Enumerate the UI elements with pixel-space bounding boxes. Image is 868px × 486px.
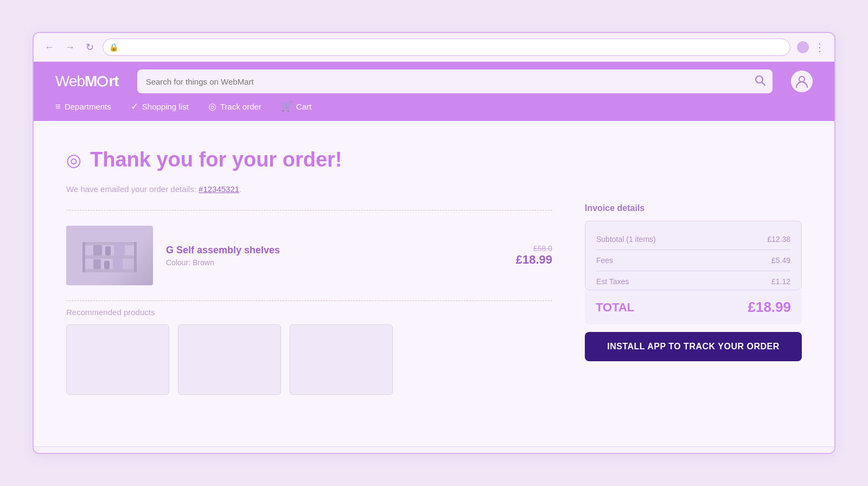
fees-value: £5.49	[771, 256, 790, 265]
product-colour: Colour: Brown	[166, 258, 503, 267]
logo-o	[97, 76, 108, 87]
svg-rect-13	[114, 244, 125, 255]
email-notice-prefix: We have emailed your order details:	[66, 184, 199, 194]
shelves-illustration	[77, 231, 142, 280]
nav-shopping-list[interactable]: ✓ Shopping list	[131, 101, 189, 112]
product-image	[66, 226, 153, 285]
subtotal-value: £12.38	[767, 235, 790, 244]
order-item: G Self assembly shelves Colour: Brown £5…	[66, 217, 552, 294]
chrome-circle-icon	[797, 41, 809, 53]
svg-rect-9	[104, 261, 110, 269]
svg-line-1	[762, 82, 765, 85]
total-value: £18.99	[748, 299, 791, 316]
nav-cart-label: Cart	[296, 102, 311, 111]
back-button[interactable]: ←	[42, 41, 56, 54]
browser-window: ← → ↻ 🔒 ⋮ WebMrt	[33, 32, 835, 454]
product-price-wrap: £58.0 £18.99	[516, 244, 552, 267]
product-price: £18.99	[516, 253, 552, 266]
address-bar-wrap: 🔒	[103, 39, 790, 56]
chrome-menu-icon[interactable]: ⋮	[814, 41, 826, 54]
nav-shopping-list-label: Shopping list	[142, 102, 189, 111]
lock-icon: 🔒	[109, 43, 118, 52]
svg-rect-11	[93, 245, 102, 255]
forward-button[interactable]: →	[63, 41, 77, 54]
divider-bottom	[66, 300, 552, 301]
email-notice-suffix: .	[239, 184, 241, 194]
logo: WebMrt	[55, 73, 119, 90]
fees-label: Fees	[596, 256, 613, 265]
thank-you-header: ◎ Thank you for your order!	[66, 148, 802, 171]
cart-icon: 🛒	[281, 101, 292, 112]
divider-top	[66, 210, 552, 210]
recommended-item-2	[178, 324, 281, 395]
recommended-item-1	[66, 324, 169, 395]
thank-you-icon: ◎	[66, 150, 81, 170]
svg-rect-12	[105, 246, 111, 255]
browser-chrome: ← → ↻ 🔒 ⋮	[34, 33, 834, 62]
left-column: G Self assembly shelves Colour: Brown £5…	[66, 203, 552, 395]
product-name: G Self assembly shelves	[166, 245, 503, 256]
search-bar-wrap	[137, 69, 773, 93]
nav-departments[interactable]: ≡ Departments	[55, 101, 111, 112]
product-image-inner	[66, 226, 153, 285]
order-number-link[interactable]: #12345321	[199, 184, 239, 194]
svg-rect-10	[113, 258, 123, 269]
nav-bar: ≡ Departments ✓ Shopping list ◎ Track or…	[34, 101, 834, 121]
invoice-title: Invoice details	[585, 203, 802, 213]
user-icon	[795, 74, 809, 88]
svg-point-2	[799, 76, 805, 82]
main-content: ◎ Thank you for your order! We have emai…	[34, 121, 834, 446]
svg-rect-4	[82, 255, 137, 259]
product-old-price: £58.0	[516, 244, 552, 253]
invoice-subtotal-row: Subtotal (1 items) £12.38	[596, 231, 790, 247]
product-details: G Self assembly shelves Colour: Brown	[166, 245, 503, 267]
logo-web: Web	[55, 73, 85, 89]
svg-rect-5	[82, 242, 137, 245]
two-column-layout: G Self assembly shelves Colour: Brown £5…	[66, 203, 802, 395]
invoice-fees-row: Fees £5.49	[596, 252, 790, 268]
address-bar[interactable]	[103, 39, 790, 56]
invoice-box: Subtotal (1 items) £12.38 Fees £5.49 Est…	[585, 221, 802, 290]
right-column: Invoice details Subtotal (1 items) £12.3…	[585, 203, 802, 361]
checkmark-icon: ✓	[131, 101, 138, 112]
search-input[interactable]	[137, 69, 773, 93]
site-header: WebMrt	[34, 62, 834, 101]
nav-track-order-label: Track order	[220, 102, 261, 111]
taxes-label: Est Taxes	[596, 277, 629, 286]
svg-rect-8	[93, 259, 101, 269]
page-title: Thank you for your order!	[90, 148, 342, 171]
nav-track-order[interactable]: ◎ Track order	[208, 101, 261, 112]
browser-bottom-bar	[34, 446, 834, 453]
recommended-grid	[66, 324, 552, 395]
invoice-divider-1	[596, 250, 790, 250]
user-avatar-button[interactable]	[791, 71, 813, 92]
nav-cart[interactable]: 🛒 Cart	[281, 101, 311, 112]
track-icon: ◎	[208, 101, 216, 112]
departments-icon: ≡	[55, 101, 61, 112]
reload-button[interactable]: ↻	[84, 40, 96, 54]
install-app-button[interactable]: INSTALL APP TO TRACK YOUR ORDER	[585, 332, 802, 361]
svg-rect-7	[134, 242, 137, 272]
search-button[interactable]	[754, 74, 766, 89]
nav-departments-label: Departments	[65, 102, 111, 111]
logo-mart-end: rt	[108, 73, 118, 89]
recommended-title: Recommended products	[66, 308, 552, 317]
total-label: TOTAL	[596, 300, 634, 315]
invoice-taxes-row: Est Taxes £1.12	[596, 273, 790, 290]
chrome-right: ⋮	[797, 41, 826, 54]
email-notice: We have emailed your order details: #123…	[66, 184, 802, 194]
svg-rect-6	[82, 242, 85, 272]
taxes-value: £1.12	[771, 277, 790, 286]
subtotal-label: Subtotal (1 items)	[596, 235, 656, 244]
logo-mart-start: M	[85, 73, 97, 89]
svg-rect-3	[82, 269, 137, 272]
recommended-item-3	[290, 324, 393, 395]
invoice-total-row: TOTAL £18.99	[585, 290, 802, 324]
invoice-divider-2	[596, 271, 790, 271]
search-icon	[754, 74, 766, 86]
